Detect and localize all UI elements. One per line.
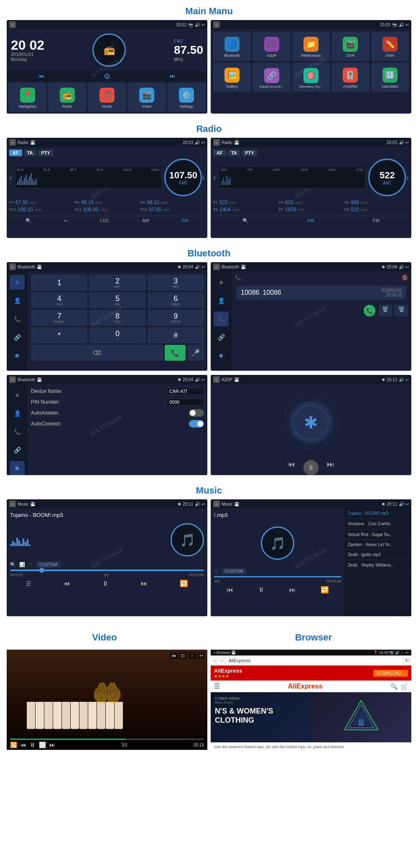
app-filebrowser[interactable]: 📁 FileBrowser <box>292 32 330 61</box>
am-search-btn[interactable]: 🔍 <box>242 218 248 223</box>
nav-app-navigation[interactable]: 📍 Navigation <box>8 83 47 112</box>
a2dp-prev-btn[interactable]: ⏮ <box>288 460 295 475</box>
browser-refresh-btn[interactable]: ↻ <box>405 658 409 663</box>
app-a2dp[interactable]: 🎧 A2DP <box>252 32 290 61</box>
call-entry-1[interactable]: 10086 10086 2018/01/01 20:05:20 <box>237 286 406 300</box>
playlist-item-6[interactable]: Zedd、Hayley Williams... <box>344 560 411 571</box>
dial-3[interactable]: 3 DEF <box>148 275 204 291</box>
seekbar-thumb[interactable] <box>39 568 44 573</box>
repeat-btn[interactable]: 🔁 <box>180 580 188 587</box>
ali-cart-btn[interactable]: 🛒 <box>401 683 408 690</box>
power-icon[interactable]: ⏻ <box>104 73 110 79</box>
app-gallery[interactable]: 🖼️ Gallery <box>213 63 251 92</box>
home-icon-6[interactable]: ⌂ <box>213 263 220 270</box>
dial-star[interactable]: * <box>31 327 87 343</box>
home-icon-5[interactable]: ⌂ <box>9 263 16 270</box>
dial-0[interactable]: 0 + <box>89 327 145 343</box>
app-calculator[interactable]: 🔢 Calculator <box>371 63 409 92</box>
am-preset-p4[interactable]: P4 1404 KHZ <box>213 207 278 213</box>
video-prev-small[interactable]: ⏮ <box>20 741 26 748</box>
tab-ta-am[interactable]: TA <box>228 149 240 156</box>
home-icon-7[interactable]: ⌂ <box>9 376 16 383</box>
back-icon-7[interactable]: ↩ <box>201 377 205 382</box>
bt-dialpad-icon2[interactable]: ⊞ <box>214 275 229 290</box>
bt-dialpad-icon[interactable]: ⊞ <box>10 275 25 290</box>
nav-app-video[interactable]: 🎬 Video <box>127 83 166 112</box>
am-preset-p3[interactable]: P3 999 KHZ <box>344 200 409 205</box>
dial-2[interactable]: 2 ABC <box>89 275 145 291</box>
am-preset-p6[interactable]: P6 522 KHZ <box>344 207 409 213</box>
dial-8[interactable]: 8 TUV <box>89 310 145 326</box>
dial-call-btn[interactable]: 📞 <box>165 345 186 361</box>
ali-download-btn[interactable]: DOWNLOAD ↓ <box>373 670 408 677</box>
tab-af-am[interactable]: AF <box>213 149 226 156</box>
am-next-arrow[interactable]: › <box>406 173 409 182</box>
dial-6[interactable]: 6 MNO <box>148 292 204 308</box>
loop-btn[interactable]: ∞ <box>64 218 67 223</box>
playlist-item-1[interactable]: Tujamo - BOOM!.mp3 <box>344 509 411 519</box>
home-icon-4[interactable]: ⌂ <box>213 139 220 146</box>
auto-answer-toggle[interactable] <box>189 409 204 417</box>
preset-p7[interactable]: P7 87.50 MHZ <box>9 200 74 205</box>
tab-pty-am[interactable]: PTY <box>242 149 257 156</box>
app-avin[interactable]: ✏️ AVIN <box>371 32 409 61</box>
video-back-btn[interactable]: ↩ <box>198 652 205 659</box>
home-icon-3[interactable]: ⌂ <box>9 139 16 146</box>
play-pause-btn[interactable]: ⏸ <box>102 580 109 587</box>
custom-btn2[interactable]: CUSTOM <box>222 568 246 574</box>
video-next-small[interactable]: ⏭ <box>49 741 55 748</box>
video-progress-bar[interactable] <box>10 739 204 740</box>
app-amplifier[interactable]: 🎚️ Amplifier <box>331 63 369 92</box>
preset-p8[interactable]: P8 90.10 MHZ <box>75 200 139 205</box>
app-wheelkey[interactable]: 🎯 Wheelkey Stu... <box>292 63 330 92</box>
loc-btn[interactable]: LOC <box>100 218 110 223</box>
am-btn2[interactable]: AM <box>307 218 314 223</box>
playlist-item-4[interactable]: Zaeden - Never Let Yo... <box>344 540 411 550</box>
delete-call-btn[interactable]: 🗑️ <box>379 305 392 316</box>
home-icon-10[interactable]: ⌂ <box>213 501 220 507</box>
preset-p11[interactable]: P11 108.00 MHZ <box>75 207 139 213</box>
music-seekbar[interactable] <box>10 569 204 571</box>
dial-4[interactable]: 4 GHI <box>31 292 87 308</box>
back-icon-9[interactable]: ↩ <box>201 502 205 506</box>
bt-contacts-icon2[interactable]: 👤 <box>214 293 229 308</box>
bt-link-icon3[interactable]: 🔗 <box>10 443 25 458</box>
fav-btn2[interactable]: ♡ <box>214 569 218 574</box>
am-preset-p2[interactable]: P2 603 KHZ <box>279 200 343 205</box>
bt-link-icon[interactable]: 🔗 <box>10 330 25 345</box>
back-icon-5[interactable]: ↩ <box>201 265 205 269</box>
home-icon-2[interactable]: ⌂ <box>213 21 220 28</box>
auto-connect-toggle[interactable] <box>189 420 204 428</box>
am-prev-arrow[interactable]: ‹ <box>213 173 216 182</box>
preset-p9[interactable]: P9 98.10 MHZ <box>140 200 205 205</box>
playlist-item-2[interactable]: Vicetone、Cozi Zuehls... <box>344 519 411 530</box>
browser-url-bar[interactable]: AliExpress <box>226 657 403 664</box>
next-track-btn2[interactable]: ⏭ <box>289 586 296 594</box>
delete-all-btn[interactable]: 🗑️ <box>395 305 408 316</box>
bt-call-icon3[interactable]: 📞 <box>10 424 25 439</box>
radio-prev-arrow[interactable]: ‹ <box>9 173 12 182</box>
bt-link-icon2[interactable]: 🔗 <box>214 330 229 345</box>
nav-app-radio[interactable]: 📻 Radio <box>48 83 87 112</box>
dial-5[interactable]: 5 JKL <box>89 292 145 308</box>
bt-call-icon[interactable]: 📞 <box>10 311 25 326</box>
next-track-btn[interactable]: ⏭ <box>141 580 148 587</box>
home-icon-8[interactable]: ⌂ <box>213 376 220 383</box>
search-music-btn[interactable]: 🔍 <box>10 562 16 567</box>
device-name-input[interactable] <box>166 387 204 395</box>
next-icon[interactable]: ⏭ <box>170 73 176 79</box>
back-icon-4[interactable]: ↩ <box>405 140 409 145</box>
music-seekbar2[interactable] <box>214 576 341 577</box>
fm-btn[interactable]: FM <box>182 218 189 223</box>
video-aspect-btn[interactable]: ⊡ <box>179 652 186 659</box>
prev-icon[interactable]: ⏮ <box>38 73 44 79</box>
browser-fwd-btn[interactable]: → <box>219 658 224 663</box>
tab-ta[interactable]: TA <box>24 149 36 156</box>
dial-mic-btn[interactable]: 🎤 <box>187 345 204 361</box>
bt-contacts-icon3[interactable]: 👤 <box>10 406 25 421</box>
tab-af[interactable]: AF <box>9 149 22 156</box>
app-bluetooth[interactable]: 🔵 Bluetooth <box>213 32 251 61</box>
back-icon-2[interactable]: ↩ <box>405 23 409 27</box>
a2dp-next-btn[interactable]: ⏭ <box>327 460 334 475</box>
playlist-item-5[interactable]: Zedd - Ignite.mp3 <box>344 550 411 560</box>
